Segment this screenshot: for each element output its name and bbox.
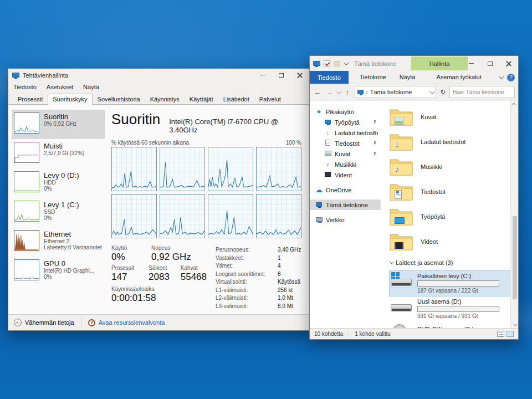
tab-sovellushistoria[interactable]: Sovellushistoria (93, 94, 145, 105)
vertical-scrollbar[interactable] (510, 101, 518, 328)
details-view-icon[interactable] (497, 331, 504, 337)
tab-suorituskyky[interactable]: Suorituskyky (48, 94, 92, 105)
nav-item-pikakaytto[interactable]: ★ Pikakäyttö (310, 106, 381, 117)
nav-item-tyopoyta[interactable]: Työpöytä (310, 117, 381, 127)
nav-item-tiedostot[interactable]: Tiedostot (310, 138, 381, 149)
computer-icon (357, 90, 364, 94)
refresh-icon[interactable]: ↻ (439, 88, 447, 96)
tab-prosessit[interactable]: Prosessit (13, 94, 48, 105)
task-manager-window: Tehtävienhallinta Tiedosto Asetukset Näy… (8, 68, 310, 331)
music-overlay-icon: ♪ (395, 165, 399, 174)
video-overlay-icon (395, 242, 403, 249)
folder-item-tyopoyta[interactable]: Työpöytä (390, 204, 508, 229)
tab-tiedosto[interactable]: Tiedosto (310, 71, 349, 84)
folder-icon (390, 108, 413, 126)
customize-toolbar-chevron-icon[interactable] (344, 60, 349, 65)
desktop-icon (324, 119, 331, 126)
ribbon-context-hallinta[interactable]: Hallinta (411, 57, 468, 70)
video-icon (324, 171, 331, 178)
status-divider (349, 331, 349, 337)
nav-item-kuvat[interactable]: Kuvat (310, 149, 381, 159)
uptime-label: Käynnissäoloaika (111, 286, 156, 292)
menu-nayta[interactable]: Näytä (83, 84, 99, 90)
nav-item-ladatut-tiedostot[interactable]: ↓ Ladatut tiedosto (310, 127, 381, 138)
folder-item-videot[interactable]: Videot (390, 229, 508, 254)
cpu-core-graph (111, 147, 157, 191)
new-folder-icon[interactable] (334, 61, 340, 66)
maximize-button[interactable] (272, 69, 290, 81)
speed-label: Nopeus (151, 245, 191, 251)
open-resource-monitor-link[interactable]: Avaa resurssienvalvonta (88, 319, 165, 326)
folder-item-kuvat[interactable]: Kuvat (390, 104, 508, 129)
back-button[interactable]: ← (313, 88, 322, 96)
cpu-core-graph (256, 147, 301, 191)
nav-item-tama-tietokone[interactable]: Tämä tietokone (310, 200, 381, 210)
scrollbar-thumb[interactable] (513, 216, 517, 299)
nav-item-musiikki[interactable]: ♪ Musiikki (310, 159, 381, 170)
gpu-mini-graph (14, 259, 39, 280)
folder-item-musiikki[interactable]: ♪ Musiikki (390, 154, 508, 179)
disk0-mini-graph (14, 171, 39, 192)
task-manager-titlebar[interactable]: Tehtävienhallinta (8, 69, 309, 81)
cpu-live-stats: Käyttö 0% Nopeus 0,92 GHz Prosessit 147 (111, 245, 207, 310)
help-icon[interactable]: ? (507, 74, 515, 81)
sidebar-item-gpu[interactable]: GPU 0 Intel(R) HD Graphi... 0% (12, 257, 105, 286)
minimize-button[interactable] (462, 56, 480, 71)
devices-and-drives-header[interactable]: Laitteet ja asemat (3) (390, 259, 508, 266)
sidebar-item-title: GPU 0 (44, 259, 94, 268)
collapse-ribbon-chevron-icon[interactable] (499, 74, 504, 79)
folder-icon (390, 207, 413, 226)
tab-lisatiedot[interactable]: Lisätiedot (218, 94, 254, 105)
properties-icon[interactable] (324, 60, 330, 67)
drive-item-d[interactable]: Uusi asema (D:) 931 Gt vapaana / 931 Gt (390, 296, 510, 321)
menu-tiedosto[interactable]: Tiedosto (13, 84, 37, 90)
cpu-core-graph (208, 147, 253, 191)
breadcrumb[interactable]: › Tämä tietokone (355, 86, 436, 98)
network-icon (315, 216, 323, 223)
nav-item-videot[interactable]: Videot (310, 170, 381, 180)
large-icons-view-icon[interactable] (507, 331, 514, 337)
forward-button[interactable]: → (325, 88, 334, 96)
scroll-down-icon[interactable] (513, 323, 517, 326)
tab-tietokone[interactable]: Tietokone (353, 71, 393, 84)
drive-item-e[interactable]: DVD DVD-RW-asema (E:) (390, 321, 510, 328)
folder-item-ladatut-tiedostot[interactable]: ↓ Ladatut tiedostot (390, 129, 508, 154)
sidebar-item-memory[interactable]: Muisti 2,5/7,9 Gt (32%) (12, 139, 105, 168)
maximize-button[interactable] (480, 56, 499, 71)
recent-locations-chevron-icon[interactable] (336, 89, 342, 94)
breadcrumb-path[interactable]: Tämä tietokone (370, 89, 412, 95)
tab-kayttajat[interactable]: Käyttäjät (185, 94, 218, 105)
scroll-up-icon[interactable] (512, 103, 516, 106)
close-button[interactable] (499, 56, 518, 71)
menu-asetukset[interactable]: Asetukset (47, 84, 73, 90)
up-button[interactable]: ↑ (343, 88, 352, 96)
close-button[interactable] (290, 69, 309, 81)
sidebar-item-ethernet[interactable]: Ethernet Ethernet 2 Lähetetty:0 Vastaano… (12, 227, 105, 257)
nav-item-verkko[interactable]: Verkko (310, 214, 381, 225)
picture-overlay-icon (395, 117, 403, 124)
nav-item-onedrive[interactable]: ☁ OneDrive (310, 185, 381, 195)
uptime-value: 0:00:01:58 (111, 293, 156, 304)
folder-item-tiedostot[interactable]: Tiedostot (390, 179, 508, 204)
sidebar-item-cpu[interactable]: Suoritin 0% 0,92 GHz (12, 110, 105, 139)
breadcrumb-separator: › (366, 89, 368, 95)
tab-kaynnistys[interactable]: Käynnistys (145, 94, 185, 105)
desktop-overlay-icon (395, 217, 405, 224)
ribbon-tabs: Tiedosto Tietokone Näytä Aseman työkalut… (310, 71, 518, 84)
tab-nayta[interactable]: Näytä (393, 71, 422, 84)
pin-icon (372, 151, 377, 156)
tab-aseman-tyokalut[interactable]: Aseman työkalut (429, 71, 488, 84)
address-dropdown-chevron-icon[interactable] (429, 89, 435, 94)
drive-item-c[interactable]: Paikallinen levy (C:) 197 Gt vapaana / 2… (390, 270, 510, 296)
tab-palvelut[interactable]: Palvelut (254, 94, 286, 105)
sidebar-item-disk0[interactable]: Levy 0 (D:) HDD 0% (12, 168, 105, 198)
search-input[interactable] (449, 86, 515, 98)
sidebar-item-disk1[interactable]: Levy 1 (C:) SSD 0% (12, 198, 105, 227)
computer-icon (315, 201, 323, 208)
logical-processor-graphs[interactable] (111, 147, 301, 238)
cpu-core-graph (208, 194, 253, 238)
less-details-button[interactable]: Vähemmän tietoja (14, 319, 74, 326)
explorer-titlebar[interactable]: Tämä tietokone Hallinta (310, 56, 518, 71)
cpu-core-graph (160, 147, 205, 191)
minimize-button[interactable] (253, 69, 272, 81)
